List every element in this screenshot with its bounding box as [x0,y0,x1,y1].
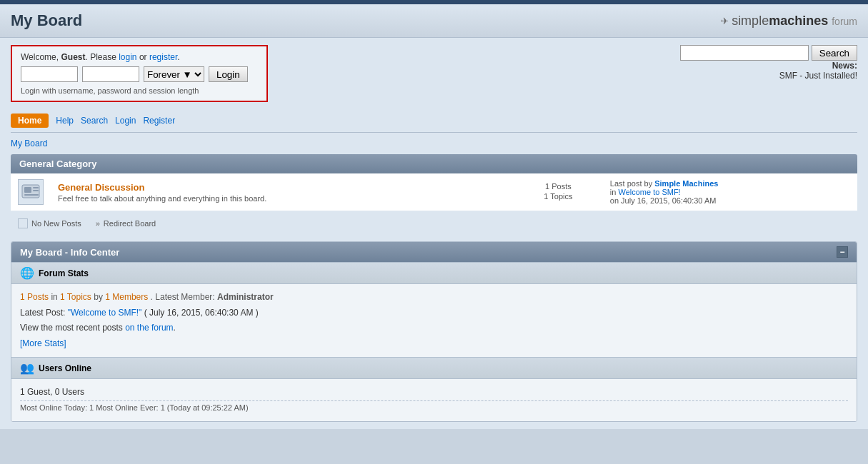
more-stats-link[interactable]: [More Stats] [20,338,66,348]
users-online-content: 1 Guest, 0 Users Most Online Today: 1 Mo… [11,379,857,420]
welcome-text: Welcome, Guest. Please login or register… [21,52,258,62]
or-text: or [137,52,149,62]
redirect-icon: » [96,219,100,228]
forum-posts: 1 Posts [521,182,596,191]
forum-topics: 1 Topics [521,192,596,201]
header-search-button[interactable]: Search [812,45,857,61]
session-text: Login with username, password and sessio… [21,86,258,95]
search-news-area: Search News: SMF - Just Installed! [680,45,857,81]
forum-stats-title: Forum Stats [39,268,89,278]
period: . [177,52,179,62]
nav-login[interactable]: Login [115,116,136,126]
site-header: My Board ✈ simplemachines forum [0,4,868,38]
forum-icon-cell [11,173,51,211]
most-online-ever-date: (Today at 09:25:22 AM) [165,403,249,412]
svg-rect-4 [24,194,39,196]
search-row: Search [680,45,857,61]
legend-no-new-posts: No New Posts [18,218,81,228]
stats-line2: Latest Post: "Welcome to SMF!" ( July 16… [20,306,848,321]
logo-machines: machines [769,14,828,28]
news-label: News: [832,61,857,71]
users-online-title: Users Online [39,363,91,373]
stats-line1: 1 Posts in 1 Topics by 1 Members . Lates… [20,290,848,306]
info-center-collapse-button[interactable]: − [837,246,848,258]
latest-post-title[interactable]: "Welcome to SMF!" [68,308,142,318]
latest-post-prefix: Latest Post: [20,308,68,318]
search-area: Search [680,45,857,61]
no-new-posts-icon [18,218,28,228]
logo-simple: simple [732,14,769,28]
lastpost-in: in [610,188,619,196]
stats-members: 1 Members [105,292,148,302]
most-online-today-prefix: Most Online Today: [20,403,89,412]
forum-stats-content: 1 Posts in 1 Topics by 1 Members . Lates… [11,284,857,357]
most-online-line: Most Online Today: 1 Most Online Ever: 1… [20,401,848,415]
legend-redirect-board-label: Redirect Board [104,219,156,228]
register-link[interactable]: register [149,52,177,62]
stats-latest-member[interactable]: Administrator [217,292,274,302]
view-recent-prefix: View the most recent posts [20,323,125,333]
site-title: My Board [11,11,82,30]
news-content: SMF - Just Installed! [779,71,857,81]
svg-rect-2 [33,187,39,188]
forum-description: Feel free to talk about anything and eve… [58,194,507,203]
breadcrumb[interactable]: My Board [11,138,857,148]
lastpost-prefix: Last post [610,179,642,188]
legend-redirect-board: » Redirect Board [96,219,156,228]
forum-stats-icon: 🌐 [20,266,34,280]
latest-post-date: ( July 16, 2015, 06:40:30 AM ) [141,308,258,318]
users-online-header: 👥 Users Online [11,357,857,379]
forum-name[interactable]: General Discussion [58,182,144,193]
login-button[interactable]: Login [209,66,248,82]
general-category: General Category General Dis [11,154,857,233]
view-recent-link[interactable]: on the forum [125,323,173,333]
table-row: General Discussion Feel free to talk abo… [11,173,857,211]
view-recent-suffix: . [174,323,176,333]
legend-row: No New Posts » Redirect Board [11,214,857,233]
logo-forum: forum [832,16,857,27]
users-online-icon: 👥 [20,361,34,375]
welcome-prefix: Welcome, [21,52,61,62]
welcome-middle: . Please [85,52,119,62]
session-length-select[interactable]: Forever ▼ [144,66,204,82]
lastpost-by: by [642,179,654,188]
forum-lastpost-cell: Last post by Simple Machines in Welcome … [603,173,857,211]
info-center-header: My Board - Info Center − [11,242,857,262]
stats-topics: 1 Topics [60,292,91,302]
username-input[interactable] [21,66,78,82]
forum-table: General Discussion Feel free to talk abo… [11,173,857,211]
legend-no-new-posts-label: No New Posts [31,219,81,228]
forum-stats-header: 🌐 Forum Stats [11,262,857,284]
lastpost-author[interactable]: Simple Machines [654,179,718,188]
nav-search[interactable]: Search [81,116,108,126]
header-search-input[interactable] [680,45,809,61]
forum-info-cell: General Discussion Feel free to talk abo… [51,173,514,211]
info-center-title: My Board - Info Center [20,247,119,258]
nav-bar: Home Help Search Login Register [11,109,857,133]
users-online-count: 1 Guest, 0 Users [20,385,848,400]
svg-rect-3 [33,190,39,191]
most-online-ever-prefix: Most Online Ever: [94,403,161,412]
main-wrapper: Welcome, Guest. Please login or register… [0,38,868,429]
stats-in: in [51,292,60,302]
stats-posts-prefix: 1 Posts [20,292,49,302]
top-controls: Welcome, Guest. Please login or register… [11,45,857,102]
plane-icon: ✈ [721,16,729,26]
forum-stats-cell: 1 Posts 1 Topics [514,173,603,211]
stats-by: by [94,292,105,302]
nav-home[interactable]: Home [11,114,49,128]
login-link[interactable]: login [119,52,136,62]
login-box: Welcome, Guest. Please login or register… [11,45,268,102]
smf-logo: ✈ simplemachines forum [721,14,857,29]
stats-line3: View the most recent posts on the forum. [20,321,848,336]
guest-label: Guest [61,52,85,62]
lastpost-date: on July 16, 2015, 06:40:30 AM [610,196,717,205]
nav-help[interactable]: Help [56,116,74,126]
more-stats: [More Stats] [20,336,848,352]
svg-rect-1 [24,187,31,193]
lastpost-thread[interactable]: Welcome to SMF! [618,188,680,196]
nav-register[interactable]: Register [143,116,175,126]
category-header: General Category [11,154,857,173]
password-input[interactable] [82,66,139,82]
news-area: News: SMF - Just Installed! [680,61,857,81]
